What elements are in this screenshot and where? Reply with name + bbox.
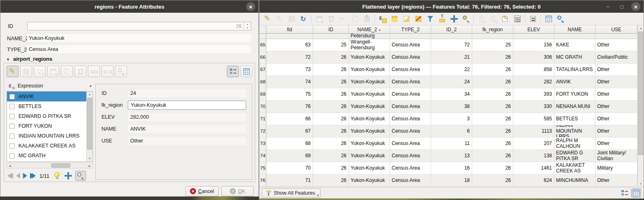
feature-list-item[interactable]: BETTLES — [7, 101, 86, 111]
cell-ID[interactable]: 26 — [313, 150, 349, 162]
cell-fid[interactable]: 66 — [266, 113, 313, 125]
cell-TYPE_2[interactable]: Census Area — [390, 175, 431, 187]
cell-fk_region[interactable]: 26 — [472, 138, 513, 150]
cancel-button[interactable]: Cancel — [185, 186, 219, 196]
cell-NAME_2[interactable]: Yukon-Koyukuk — [349, 125, 390, 138]
feature-list-item[interactable] — [7, 161, 86, 161]
cell-fid[interactable] — [266, 34, 313, 39]
cell-ID_2[interactable]: 38 — [431, 101, 472, 113]
cell-NAME_2[interactable]: Yukon-Koyukuk — [349, 162, 390, 175]
column-header-fk_region[interactable]: fk_region — [472, 25, 513, 34]
toggle-editing-button[interactable] — [7, 66, 18, 77]
cell-NAME_2[interactable]: Yukon-Koyukuk — [349, 64, 390, 76]
cell-NAME[interactable]: BETTLES — [554, 113, 596, 125]
column-header-ID[interactable]: ID — [313, 25, 349, 34]
field-USE[interactable]: Other — [128, 137, 246, 145]
column-header-ID_2[interactable]: ID_2 — [431, 25, 472, 34]
close-button[interactable] — [246, 2, 255, 11]
cell-NAME[interactable]: ANVIK — [554, 76, 596, 88]
scroll-down-icon[interactable] — [87, 156, 92, 161]
highlight-feature-icon[interactable] — [53, 172, 61, 180]
cell-ID[interactable]: 26 — [313, 175, 349, 187]
cell-USE[interactable]: Other — [596, 125, 637, 138]
zoom-to-selection-button[interactable] — [461, 14, 471, 24]
cell-USE[interactable]: Other — [596, 175, 637, 187]
cell-ID[interactable]: 25 — [313, 39, 349, 51]
cell-NAME_2[interactable]: Yukon-Koyukuk — [349, 175, 390, 187]
feature-list-item[interactable]: INDIAN MOUNTAIN LRRS — [7, 131, 86, 141]
toggle-editing-button[interactable] — [263, 14, 273, 24]
cell-ID[interactable]: 26 — [313, 64, 349, 76]
maximize-button[interactable] — [617, 2, 626, 11]
cell-NAME_2[interactable]: Yukon-Koyukuk — [349, 138, 390, 150]
cell-ELEV[interactable]: 393 — [513, 88, 554, 101]
cell-ELEV[interactable]: 156 — [513, 39, 554, 51]
cell-NAME[interactable]: KALAKAKET CREEK AS — [554, 162, 596, 175]
cell-ID_2[interactable]: 6 — [431, 125, 472, 138]
table-view-button[interactable] — [240, 66, 252, 77]
cell-fk_region[interactable]: 26 — [472, 113, 513, 125]
list-horizontal-scrollbar[interactable] — [7, 163, 93, 168]
cell-fk_region[interactable]: 26 — [472, 150, 513, 162]
cell-fid[interactable]: 72 — [266, 51, 313, 64]
show-all-features-button[interactable]: Show All Features — [262, 189, 321, 198]
feature-list-item[interactable]: EDWARD G PITKA SR — [7, 111, 86, 121]
cell-fk_region[interactable]: 26 — [472, 175, 513, 187]
cell-NAME_2[interactable]: Yukon-Koyukuk — [349, 150, 390, 162]
feature-list-item[interactable]: ANVIK — [7, 92, 86, 101]
cell-fid[interactable]: 71 — [266, 175, 313, 187]
cell-ELEV[interactable]: 858 — [513, 64, 554, 76]
scrollbar-thumb[interactable] — [51, 163, 70, 168]
cell-NAME[interactable] — [554, 34, 596, 39]
cell-USE[interactable]: Other — [596, 39, 637, 51]
cell-ID_2[interactable]: 34 — [431, 88, 472, 101]
cell-ELEV[interactable]: 1113 — [513, 125, 554, 138]
edit-widget-button[interactable] — [500, 14, 510, 24]
invert-selection-button[interactable] — [401, 14, 411, 24]
deselect-all-button[interactable] — [413, 14, 423, 24]
cell-ID_2[interactable]: 24 — [431, 76, 472, 88]
cell-TYPE_2[interactable]: Census Area — [390, 51, 431, 64]
cell-TYPE_2[interactable]: Census Area — [390, 101, 431, 113]
table-view-button[interactable] — [631, 189, 641, 198]
cell-ID_2[interactable]: 22 — [431, 64, 472, 76]
checkbox[interactable] — [9, 143, 15, 149]
cell-USE[interactable] — [596, 34, 637, 39]
table-vertical-scrollbar[interactable] — [637, 25, 644, 187]
field-ID[interactable]: 24 — [128, 89, 246, 97]
cell-fk_region[interactable]: 26 — [472, 101, 513, 113]
cell-fid[interactable]: 75 — [266, 88, 313, 101]
cell-ID_2[interactable]: 21 — [431, 51, 472, 64]
list-vertical-scrollbar[interactable] — [86, 92, 92, 161]
cell-ID_2[interactable]: 13 — [431, 150, 472, 162]
cell-ELEV[interactable]: 282 — [513, 76, 554, 88]
cell-ID_2[interactable]: 11 — [431, 138, 472, 150]
checkbox[interactable] — [9, 104, 15, 109]
cell-fk_region[interactable]: 25 — [472, 39, 513, 51]
column-header-NAME[interactable]: NAME — [554, 25, 596, 34]
select-by-expression-button[interactable] — [377, 14, 388, 24]
next-feature-button[interactable] — [23, 173, 27, 179]
field-NAME[interactable]: ANVIK — [128, 125, 246, 133]
name2-field[interactable]: Yukon-Koyukuk — [27, 34, 251, 42]
cell-NAME[interactable]: RALPH M CALHOUN — [554, 138, 596, 150]
cell-fk_region[interactable]: 26 — [472, 125, 513, 138]
cell-ID_2[interactable]: 3 — [431, 113, 472, 125]
cell-ID_2[interactable]: 18 — [431, 175, 472, 187]
feature-list-item[interactable]: MC GRATH — [7, 151, 86, 161]
cell-ID[interactable]: 26 — [313, 113, 349, 125]
expression-filter-combo[interactable]: Expression — [7, 81, 93, 90]
cell-ELEV[interactable]: 207 — [513, 138, 554, 150]
conditional-formatting-button[interactable] — [528, 14, 538, 24]
checkbox[interactable] — [9, 94, 15, 99]
column-header-TYPE_2[interactable]: TYPE_2 — [390, 25, 431, 34]
cell-TYPE_2[interactable]: Census Area — [390, 64, 431, 76]
cell-TYPE_2[interactable] — [390, 34, 431, 39]
cell-fk_region[interactable]: 26 — [472, 88, 513, 101]
cell-USE[interactable]: Other — [596, 101, 637, 113]
cell-ELEV[interactable]: 1461 — [513, 162, 554, 175]
cell-NAME_2[interactable]: Yukon-Koyukuk — [349, 113, 390, 125]
cell-ID_2[interactable]: 72 — [431, 39, 472, 51]
cell-TYPE_2[interactable]: Census Area — [390, 150, 431, 162]
cell-NAME[interactable]: TATALINA LRRS — [554, 64, 596, 76]
